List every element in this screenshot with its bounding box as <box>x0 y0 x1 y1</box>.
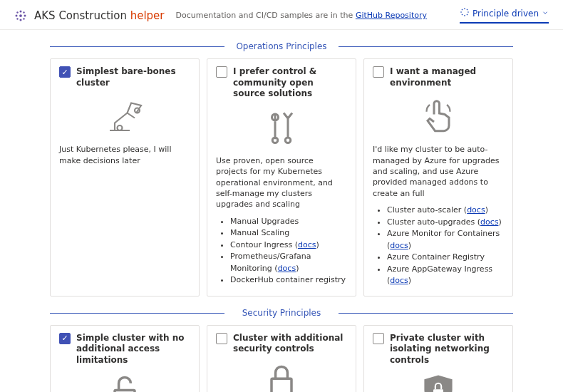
checkbox[interactable] <box>216 333 227 344</box>
bullets: Manual Upgrades Manual Scaling Contour I… <box>216 216 347 287</box>
ops-cards: ✓ Simplest bare-bones cluster Just Kuber… <box>0 58 563 296</box>
bullet-item: Azure Container Registry <box>387 252 504 264</box>
docs-link[interactable]: docs <box>278 264 296 273</box>
svg-point-0 <box>20 10 22 12</box>
shield-lock-icon <box>373 371 504 392</box>
checkbox[interactable]: ✓ <box>59 333 71 344</box>
bullet-item: Prometheus/Grafana Monitoring (docs) <box>230 251 347 274</box>
card-ops-simplest[interactable]: ✓ Simplest bare-bones cluster Just Kuber… <box>50 58 200 296</box>
app-title: AKS Construction helper <box>34 9 165 22</box>
card-label: Cluster with additional security control… <box>233 333 347 355</box>
card-label: I want a managed environment <box>390 66 504 88</box>
touch-icon <box>373 94 504 137</box>
header: AKS Construction helper Documentation an… <box>0 0 563 30</box>
svg-point-2 <box>16 14 18 16</box>
checkbox[interactable] <box>373 66 384 78</box>
docs-link[interactable]: docs <box>390 276 408 285</box>
card-label: I prefer control & community open source… <box>233 66 347 100</box>
bullets: Cluster auto-scaler (docs)Cluster auto-u… <box>373 205 504 287</box>
svg-point-4 <box>16 11 18 13</box>
bullet-item: Manual Scaling <box>230 227 347 239</box>
card-sec-simple[interactable]: ✓ Simple cluster with no additional acce… <box>50 325 200 392</box>
card-desc: I'd like my cluster to be auto-managed b… <box>373 144 504 199</box>
checkbox[interactable] <box>216 66 227 78</box>
card-desc: Just Kubernetes please, I will make deci… <box>59 144 190 166</box>
bullet-item: Contour Ingress (docs) <box>230 239 347 252</box>
chevron-down-icon <box>542 9 549 19</box>
docs-link[interactable]: docs <box>298 240 316 249</box>
svg-rect-10 <box>272 378 291 392</box>
bullet-item: Cluster auto-upgrades (docs) <box>387 217 504 229</box>
section-sec-title: Security Principles <box>50 308 513 318</box>
bullet-item: Manual Upgrades <box>230 216 347 228</box>
docs-link[interactable]: docs <box>480 217 499 227</box>
section-ops-title: Operations Principles <box>50 41 513 51</box>
docs-link[interactable]: docs <box>467 205 485 215</box>
svg-point-7 <box>23 18 24 19</box>
card-desc: Use proven, open source projects for my … <box>216 155 347 210</box>
bullet-item: DockerHub container registry <box>230 274 347 287</box>
logo-icon <box>14 9 27 22</box>
card-ops-managed[interactable]: I want a managed environment I'd like my… <box>363 58 513 296</box>
card-label: Simplest bare-bones cluster <box>76 66 190 88</box>
card-label: Simple cluster with no additional access… <box>76 333 190 366</box>
docs-link[interactable]: docs <box>390 241 408 250</box>
pivot-principle-driven[interactable]: Principle driven <box>460 7 549 24</box>
svg-rect-11 <box>433 390 443 392</box>
svg-point-6 <box>16 18 18 19</box>
card-ops-oss[interactable]: I prefer control & community open source… <box>207 58 356 296</box>
svg-point-5 <box>23 11 24 13</box>
tools-icon <box>216 105 347 148</box>
bullet-item: Azure AppGateway Ingress (docs) <box>387 264 504 287</box>
checkbox[interactable]: ✓ <box>59 66 71 78</box>
bullet-item: Azure Monitor for Containers (docs) <box>387 228 504 252</box>
card-label: Private cluster with isolating networkin… <box>390 333 504 366</box>
repo-link[interactable]: GitHub Repository <box>356 11 427 20</box>
card-sec-private[interactable]: Private cluster with isolating networkin… <box>363 325 513 392</box>
robot-arm-icon <box>59 94 190 137</box>
sec-cards: ✓ Simple cluster with no additional acce… <box>0 325 563 392</box>
compass-icon <box>460 7 470 19</box>
subtitle: Documentation and CI/CD samples are in t… <box>176 11 427 20</box>
svg-point-3 <box>24 14 26 16</box>
svg-point-1 <box>20 19 22 21</box>
checkbox[interactable] <box>373 333 384 344</box>
bullet-item: Cluster auto-scaler (docs) <box>387 205 504 217</box>
card-sec-controls[interactable]: Cluster with additional security control… <box>207 325 356 392</box>
svg-point-8 <box>19 14 22 17</box>
unlock-icon <box>59 371 190 392</box>
lock-icon <box>216 361 347 392</box>
